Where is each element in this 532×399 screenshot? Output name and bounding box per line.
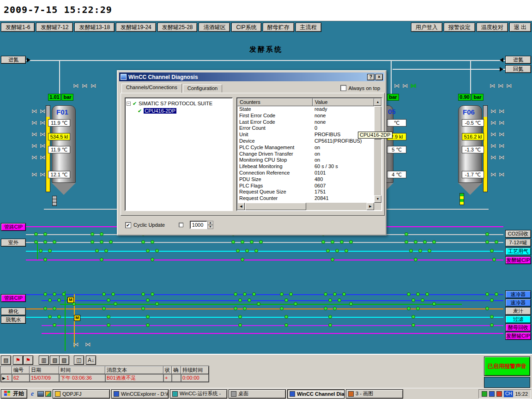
valve-indicator[interactable] bbox=[324, 292, 327, 296]
archive-icon[interactable]: ▧ bbox=[50, 356, 60, 365]
valve-indicator[interactable] bbox=[425, 292, 429, 296]
valve-indicator[interactable] bbox=[151, 258, 154, 261]
message-list-icon[interactable]: ▤ bbox=[1, 356, 11, 365]
taskbar-task-6[interactable]: 3 - 画图 bbox=[346, 389, 403, 399]
cyclic-update-checkbox[interactable]: ✔ bbox=[125, 222, 131, 228]
valve-indicator[interactable] bbox=[250, 240, 254, 244]
valve-indicator[interactable] bbox=[102, 307, 106, 310]
valve-indicator[interactable] bbox=[48, 315, 52, 319]
scroll-down-icon[interactable]: ▼ bbox=[374, 195, 381, 203]
scroll-right-icon[interactable]: ▶ bbox=[367, 203, 374, 210]
close-button[interactable]: × bbox=[375, 74, 383, 80]
valve-indicator[interactable] bbox=[416, 292, 420, 296]
taskbar-task-4[interactable]: 桌面 bbox=[229, 389, 286, 399]
valve-indicator[interactable] bbox=[485, 307, 489, 310]
nav-right-button-4[interactable]: 退 出 bbox=[509, 23, 531, 32]
right-low-label-2[interactable]: 速冷器 bbox=[505, 299, 531, 307]
show-desktop-icon[interactable] bbox=[37, 391, 44, 397]
valve-indicator[interactable] bbox=[57, 298, 61, 302]
tab-channels-connections[interactable]: Channels/Connections bbox=[121, 84, 182, 93]
valve-indicator[interactable] bbox=[107, 298, 110, 302]
nav-button-2[interactable]: 发酵罐7-12 bbox=[36, 23, 73, 32]
valve-indicator[interactable] bbox=[53, 307, 56, 310]
valve-indicator[interactable] bbox=[326, 249, 330, 253]
valve-indicator[interactable] bbox=[100, 232, 103, 236]
valve-indicator[interactable] bbox=[234, 292, 237, 296]
valve-indicator[interactable] bbox=[414, 258, 417, 261]
scroll-left-icon[interactable]: ◀ bbox=[237, 203, 245, 210]
valve-indicator[interactable] bbox=[238, 315, 242, 319]
alarm-cell-4[interactable]: B01酒液不足 bbox=[105, 374, 163, 382]
valve-indicator[interactable] bbox=[151, 292, 154, 296]
valve-indicator[interactable] bbox=[432, 302, 436, 306]
valve-indicator[interactable] bbox=[146, 249, 150, 253]
valve-indicator[interactable] bbox=[43, 240, 47, 244]
alarm-cell-2[interactable]: 15/07/09 bbox=[30, 374, 59, 382]
vertical-scrollbar[interactable]: ▲ ▼ bbox=[374, 98, 381, 203]
spin-up-icon[interactable]: ▲ bbox=[207, 221, 213, 225]
valve-indicator[interactable] bbox=[48, 249, 52, 253]
valve-indicator[interactable] bbox=[405, 232, 408, 236]
valve-indicator[interactable] bbox=[57, 315, 61, 319]
left-low-label-1[interactable]: 管路CIP bbox=[1, 294, 26, 302]
alarm-cell-7[interactable]: 0:00:00 bbox=[181, 374, 209, 382]
valve-indicator[interactable] bbox=[416, 307, 420, 310]
valve-indicator[interactable] bbox=[490, 315, 494, 319]
valve-indicator[interactable] bbox=[411, 323, 415, 327]
log-icon[interactable]: ▨ bbox=[59, 356, 69, 365]
valve-indicator[interactable] bbox=[146, 323, 150, 327]
tab-configuration[interactable]: Configuration bbox=[183, 85, 222, 92]
update-interval-input[interactable]: 1000 bbox=[190, 221, 207, 229]
valve-indicator[interactable] bbox=[234, 307, 237, 310]
nav-right-button-2[interactable]: 报警设定 bbox=[444, 23, 475, 32]
valve-indicator[interactable] bbox=[338, 298, 341, 302]
valve-indicator[interactable] bbox=[107, 323, 110, 327]
nav-right-button-3[interactable]: 温度校对 bbox=[477, 23, 508, 32]
nav-button-8[interactable]: 酵母贮存 bbox=[263, 23, 294, 32]
valve-indicator[interactable] bbox=[43, 232, 47, 236]
start-button[interactable]: 开始 bbox=[1, 389, 27, 399]
help-button[interactable]: ? bbox=[367, 74, 375, 80]
valve-indicator[interactable] bbox=[141, 307, 145, 310]
valve-indicator[interactable] bbox=[485, 232, 489, 236]
valve-indicator[interactable] bbox=[321, 240, 325, 244]
alarm-cell-1[interactable]: 62 bbox=[12, 374, 30, 382]
valve-indicator[interactable] bbox=[236, 249, 240, 253]
valve-indicator[interactable] bbox=[333, 292, 337, 296]
right-low-label-6[interactable]: 发酵罐CIP bbox=[505, 332, 531, 340]
sort-icon[interactable]: A↓ bbox=[86, 356, 96, 365]
valve-indicator[interactable] bbox=[294, 302, 297, 306]
valve-indicator[interactable] bbox=[490, 323, 494, 327]
nitrogen-in-right-label[interactable]: 进氮 bbox=[505, 56, 531, 64]
left-low-label-3[interactable]: 脱氧水 bbox=[1, 316, 26, 324]
interval-spinner[interactable]: ▲▼ bbox=[207, 221, 213, 229]
valve-indicator[interactable] bbox=[257, 302, 260, 306]
right-low-label-3[interactable]: 麦汁 bbox=[505, 307, 531, 315]
motor-indicator[interactable]: M bbox=[67, 297, 74, 303]
valve-indicator[interactable] bbox=[243, 307, 247, 310]
valve-indicator[interactable] bbox=[335, 249, 339, 253]
ie-icon[interactable]: e bbox=[29, 390, 36, 398]
valve-indicator[interactable] bbox=[238, 298, 242, 302]
right-low-label-4[interactable]: 过滤 bbox=[505, 315, 531, 323]
valve-indicator[interactable] bbox=[324, 307, 327, 310]
valve-indicator[interactable] bbox=[53, 323, 56, 327]
valve-indicator[interactable] bbox=[53, 292, 56, 296]
paint-icon[interactable] bbox=[45, 391, 51, 397]
valve-indicator[interactable] bbox=[245, 249, 249, 253]
left-mid-label-1[interactable]: 管路CIP bbox=[1, 223, 26, 231]
valve-indicator[interactable] bbox=[328, 323, 332, 327]
alarm-cell-5[interactable]: + bbox=[163, 374, 172, 382]
valve-indicator[interactable] bbox=[34, 232, 38, 236]
valve-indicator[interactable] bbox=[62, 292, 66, 296]
valve-indicator[interactable] bbox=[284, 315, 288, 319]
right-low-label-1[interactable]: 速冷器 bbox=[505, 290, 531, 298]
right-mid-label-3[interactable]: 工艺用气 bbox=[505, 248, 531, 255]
horizontal-scroll-thumb[interactable] bbox=[245, 203, 306, 210]
tree-root-item[interactable]: − ✔ SIMATIC S7 PROTOCOL SUITE bbox=[127, 100, 231, 107]
valve-indicator[interactable] bbox=[411, 315, 415, 319]
valve-indicator[interactable] bbox=[43, 292, 47, 296]
valve-indicator[interactable] bbox=[48, 298, 52, 302]
valve-indicator[interactable] bbox=[289, 292, 293, 296]
nav-button-1[interactable]: 发酵罐1-6 bbox=[1, 23, 35, 32]
